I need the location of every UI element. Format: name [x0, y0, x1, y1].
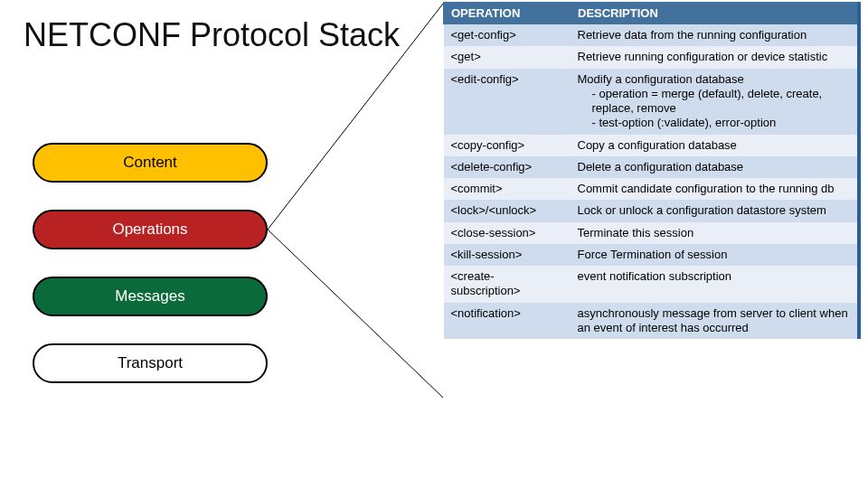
cell-operation: <edit-config> — [444, 69, 571, 135]
cell-operation: <close-session> — [444, 222, 571, 244]
cell-description: Delete a configuration database — [571, 156, 857, 178]
cell-description: Copy a configuration database — [571, 135, 857, 156]
table-row: <create-subscription>event notification … — [444, 266, 857, 303]
layer-messages: Messages — [33, 277, 268, 316]
cell-description: Force Termination of session — [571, 244, 857, 266]
layer-content: Content — [33, 143, 268, 183]
table-row: <close-session>Terminate this session — [444, 222, 857, 244]
protocol-stack: Content Operations Messages Transport — [33, 143, 268, 383]
cell-operation: <lock>/<unlock> — [444, 200, 571, 221]
table-row: <get-config>Retrieve data from the runni… — [444, 24, 857, 47]
cell-description: asynchronously message from server to cl… — [571, 303, 857, 340]
table-row: <notification>asynchronously message fro… — [444, 303, 857, 340]
layer-operations: Operations — [33, 210, 268, 249]
cell-operation: <kill-session> — [444, 244, 571, 266]
operations-table: OPERATION DESCRIPTION <get-config>Retrie… — [443, 2, 861, 339]
cell-description: Commit candidate configuration to the ru… — [571, 178, 857, 200]
cell-operation: <delete-config> — [444, 156, 571, 178]
cell-operation: <get> — [444, 46, 571, 68]
page-title: NETCONF Protocol Stack — [24, 16, 400, 54]
cell-description: event notification subscription — [571, 266, 857, 303]
table-row: <edit-config>Modify a configuration data… — [444, 69, 857, 135]
col-operation: OPERATION — [444, 3, 571, 24]
cell-description: Retrieve data from the running configura… — [571, 24, 857, 47]
cell-operation: <copy-config> — [444, 135, 571, 156]
cell-description: Lock or unlock a configuration datastore… — [571, 200, 857, 221]
table-row: <delete-config>Delete a configuration da… — [444, 156, 857, 178]
table-row: <lock>/<unlock>Lock or unlock a configur… — [444, 200, 857, 221]
table-row: <copy-config>Copy a configuration databa… — [444, 135, 857, 156]
cell-description: Terminate this session — [571, 222, 857, 244]
cell-operation: <get-config> — [444, 24, 571, 47]
table-row: <get>Retrieve running configuration or d… — [444, 46, 857, 68]
cell-operation: <create-subscription> — [444, 266, 571, 303]
svg-line-1 — [268, 230, 443, 398]
cell-description: Retrieve running configuration or device… — [571, 46, 857, 68]
table-row: <commit>Commit candidate configuration t… — [444, 178, 857, 200]
cell-operation: <notification> — [444, 303, 571, 340]
cell-description: Modify a configuration database- operati… — [571, 69, 857, 135]
col-description: DESCRIPTION — [571, 3, 857, 24]
layer-transport: Transport — [33, 343, 268, 383]
cell-operation: <commit> — [444, 178, 571, 200]
table-row: <kill-session>Force Termination of sessi… — [444, 244, 857, 266]
